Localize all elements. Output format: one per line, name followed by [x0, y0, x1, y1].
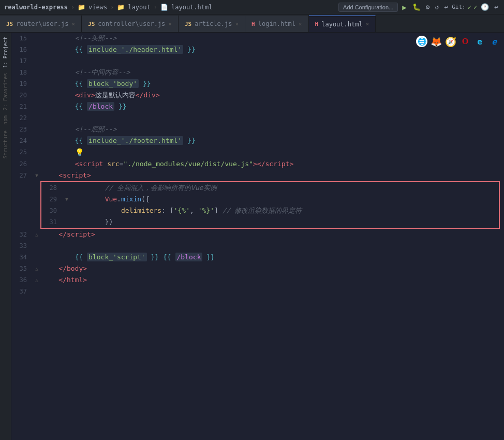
js-icon: JS — [6, 21, 13, 27]
undo-icon[interactable]: ↩ — [442, 3, 450, 11]
fold-icon-5[interactable]: △ — [35, 274, 38, 286]
git-label: Git: — [452, 4, 466, 10]
js-icon: JS — [88, 21, 95, 27]
tab-close-icon[interactable]: × — [168, 21, 172, 27]
firefox-icon[interactable]: 🦊 — [431, 36, 442, 47]
editor-area: 🌐 🦊 🧭 O e e 15 <!--头部--> 16 {{ include_'… — [11, 33, 504, 440]
html-icon: H — [251, 21, 255, 27]
fold-icon-4[interactable]: △ — [35, 263, 38, 274]
fold-icon-2[interactable]: ▼ — [65, 194, 68, 205]
breadcrumb-layout: layout — [128, 4, 150, 11]
chrome-icon[interactable]: 🌐 — [416, 36, 427, 47]
ie-icon[interactable]: e — [474, 36, 485, 47]
code-line-27: 27 ▼ <script> — [11, 170, 504, 181]
tab-label: router\user.js — [16, 20, 68, 27]
opera-icon[interactable]: O — [459, 36, 471, 47]
project-label: realworld-express — [4, 4, 68, 11]
title-bar: realworld-express › 📁 views › 📁 layout ›… — [0, 0, 504, 14]
code-line-18: 18 <!--中间内容--> — [11, 67, 504, 78]
red-border-block: 28 // 全局混入，会影响所有的Vue实例 29 ▼ Vue.mixin({ … — [40, 181, 500, 229]
settings-icon[interactable]: ⚙ — [424, 3, 432, 11]
tab-close-icon[interactable]: × — [366, 21, 369, 27]
fold-icon-3[interactable]: △ — [35, 229, 38, 240]
git-history-icon[interactable]: 🕐 — [479, 3, 491, 11]
browser-icons: 🌐 🦊 🧭 O e e — [416, 36, 500, 47]
folder-icon-layout: 📁 — [117, 4, 125, 11]
safari-icon[interactable]: 🧭 — [445, 36, 456, 47]
code-line-34: 34 {{ block_'script' }} {{ /block }} — [11, 252, 504, 263]
tab-article[interactable]: JS article.js × — [179, 16, 245, 32]
refresh-icon[interactable]: ↺ — [434, 3, 441, 11]
git-check2-icon: ✓ — [473, 4, 477, 11]
git-undo-icon[interactable]: ↩ — [493, 3, 500, 11]
code-line-28: 28 // 全局混入，会影响所有的Vue实例 — [41, 182, 499, 194]
tab-controller-user[interactable]: JS controller\user.js × — [82, 16, 179, 32]
tab-label: login.html — [258, 20, 295, 27]
sidebar-structure[interactable]: Structure — [3, 128, 8, 160]
run-button[interactable]: ▶ — [400, 3, 408, 11]
tab-close-icon[interactable]: × — [71, 21, 75, 27]
code-line-37: 37 — [11, 286, 504, 297]
code-line-29: 29 ▼ Vue.mixin({ — [41, 194, 499, 205]
toolbar-right: Add Configuration... ▶ 🐛 ⚙ ↺ ↩ Git: ✓ ✓ … — [338, 3, 500, 12]
code-line-35: 35 △ </body> — [11, 263, 504, 274]
code-line-17: 17 — [11, 55, 504, 67]
tab-bar: JS router\user.js × JS controller\user.j… — [0, 14, 504, 33]
tab-label: controller\user.js — [98, 20, 165, 27]
code-line-21: 21 {{ /block }} — [11, 101, 504, 112]
code-line-36: 36 △ </html> — [11, 274, 504, 286]
code-line-23: 23 <!--底部--> — [11, 124, 504, 135]
code-line-24: 24 {{ include_'./footer.html' }} — [11, 135, 504, 146]
edge-icon[interactable]: e — [488, 36, 500, 47]
file-icon-html: 📄 — [160, 4, 168, 11]
code-line-26: 26 <script src="./node_modules/vue/dist/… — [11, 158, 504, 170]
sidebar-npm[interactable]: npm — [3, 113, 8, 127]
code-line-19: 19 {{ block_'body' }} — [11, 78, 504, 90]
code-line-22: 22 — [11, 112, 504, 124]
tab-layout-active[interactable]: H layout.html × — [309, 16, 376, 32]
tab-login[interactable]: H login.html × — [245, 16, 309, 32]
code-line-31: 31 }) — [41, 216, 499, 228]
breadcrumb-file: layout.html — [171, 4, 212, 11]
tab-label: article.js — [195, 20, 232, 27]
js-icon: JS — [185, 21, 191, 27]
code-line-33: 33 — [11, 240, 504, 252]
sidebar-strip: 1: Project 2: Favorites npm Structure — [0, 33, 11, 440]
sidebar-project[interactable]: 1: Project — [3, 35, 8, 70]
code-line-30: 30 delimiters: ['{%', '%}'] // 修改渲染数据的界定… — [41, 205, 499, 216]
main-layout: 1: Project 2: Favorites npm Structure 🌐 … — [0, 33, 504, 440]
tab-label: layout.html — [321, 21, 362, 28]
folder-icon: 📁 — [78, 4, 85, 11]
debug-icon[interactable]: 🐛 — [411, 3, 422, 11]
code-line-25: 25 💡 — [11, 146, 504, 158]
tab-router-user[interactable]: JS router\user.js × — [0, 16, 82, 32]
add-configuration-button[interactable]: Add Configuration... — [338, 3, 398, 12]
fold-icon[interactable]: ▼ — [35, 170, 38, 181]
code-editor[interactable]: 15 <!--头部--> 16 {{ include_'./header.htm… — [11, 33, 504, 440]
html-icon: H — [315, 21, 319, 27]
breadcrumb-views: views — [88, 4, 107, 11]
code-line-32: 32 △ </script> — [11, 229, 504, 240]
git-check-icon: ✓ — [468, 4, 471, 11]
sidebar-favorites[interactable]: 2: Favorites — [3, 71, 8, 112]
bulb-icon[interactable]: 💡 — [75, 148, 84, 156]
tab-close-icon[interactable]: × — [235, 21, 239, 27]
code-line-20: 20 <div>这是默认内容</div> — [11, 90, 504, 101]
tab-close-icon[interactable]: × — [299, 21, 302, 27]
